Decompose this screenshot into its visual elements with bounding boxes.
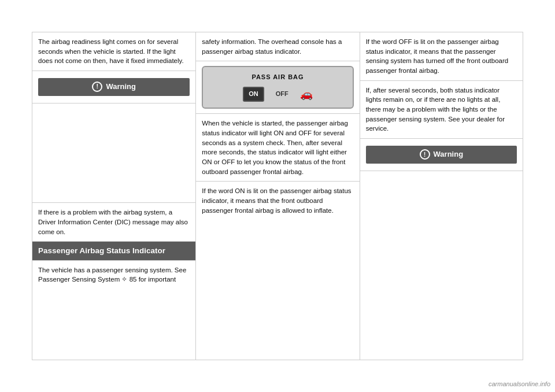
text-word-off: If the word OFF is lit on the passenger … — [366, 38, 509, 74]
warning-box-1: ! Warning — [38, 78, 190, 96]
cell-2-display: PASS AIR BAG ON OFF 🚗 — [196, 61, 359, 114]
text-airbag-readiness: The airbag readiness light comes on for … — [38, 38, 184, 64]
warning-icon-1: ! — [92, 82, 102, 92]
warning-label-1: Warning — [106, 82, 136, 93]
page: The airbag readiness light comes on for … — [0, 0, 555, 392]
text-dic-message: If there is a problem with the airbag sy… — [38, 209, 188, 235]
watermark: carmanualsonline.info — [489, 380, 550, 387]
text-several-seconds: If, after several seconds, both status i… — [366, 87, 505, 132]
airbag-display-title: PASS AIR BAG — [251, 73, 304, 82]
warning-box-2: ! Warning — [366, 146, 517, 164]
cell-3-empty — [360, 171, 523, 360]
text-safety-info: safety information. The overhead console… — [202, 38, 342, 55]
text-sensing-system: The vehicle has a passenger sensing syst… — [38, 267, 186, 283]
cell-1-warning: ! Warning — [32, 71, 195, 103]
column-1: The airbag readiness light comes on for … — [32, 32, 195, 360]
cell-2-started: When the vehicle is started, the passeng… — [196, 114, 359, 182]
passenger-airbag-heading: Passenger Airbag Status Indicator — [32, 242, 195, 260]
cell-1-heading: Passenger Airbag Status Indicator — [32, 242, 195, 261]
cell-3-warning: ! Warning — [360, 139, 523, 171]
cell-2-safety: safety information. The overhead console… — [196, 32, 359, 61]
column-2: safety information. The overhead console… — [195, 32, 359, 360]
warning-label-2: Warning — [434, 149, 464, 160]
cell-1-empty — [32, 103, 195, 203]
warning-icon-2: ! — [420, 149, 430, 160]
cell-3-off: If the word OFF is lit on the passenger … — [360, 32, 523, 81]
column-3: If the word OFF is lit on the passenger … — [360, 32, 523, 360]
cell-1-sensing: The vehicle has a passenger sensing syst… — [32, 261, 195, 360]
airbag-passenger-icon: 🚗 — [300, 87, 313, 102]
cell-2-on: If the word ON is lit on the passenger a… — [196, 182, 359, 360]
cell-3-seconds: If, after several seconds, both status i… — [360, 81, 523, 139]
text-vehicle-started: When the vehicle is started, the passeng… — [202, 120, 348, 175]
airbag-on-btn: ON — [243, 87, 264, 102]
text-word-on: If the word ON is lit on the passenger a… — [202, 187, 351, 213]
airbag-display-row: ON OFF 🚗 — [243, 87, 313, 102]
passenger-airbag-heading-text: Passenger Airbag Status Indicator — [38, 246, 165, 255]
content-area: The airbag readiness light comes on for … — [32, 32, 523, 360]
airbag-display: PASS AIR BAG ON OFF 🚗 — [202, 66, 353, 109]
cell-1-1: The airbag readiness light comes on for … — [32, 32, 195, 71]
airbag-off-label: OFF — [276, 90, 288, 99]
cell-1-dic: If there is a problem with the airbag sy… — [32, 203, 195, 242]
